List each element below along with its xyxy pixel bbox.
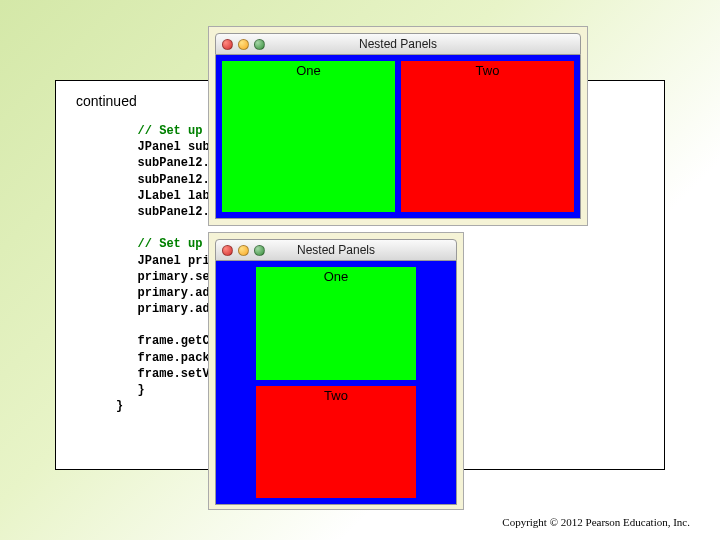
window-buttons: [222, 39, 265, 50]
minimize-icon[interactable]: [238, 39, 249, 50]
gui-window-horizontal: Nested Panels One Two: [208, 26, 588, 226]
subpanel-two: Two: [256, 386, 416, 499]
subpanel-label: Two: [476, 63, 500, 78]
close-icon[interactable]: [222, 245, 233, 256]
code-comment: // Set up: [138, 124, 203, 138]
window-title: Nested Panels: [216, 37, 580, 51]
subpanel-one: One: [222, 61, 395, 212]
window-titlebar[interactable]: Nested Panels: [215, 33, 581, 55]
subpanel-label: Two: [324, 388, 348, 403]
subpanel-one: One: [256, 267, 416, 380]
subpanel-two: Two: [401, 61, 574, 212]
maximize-icon[interactable]: [254, 39, 265, 50]
primary-panel: One Two: [215, 261, 457, 505]
gui-window-vertical: Nested Panels One Two: [208, 232, 464, 510]
close-icon[interactable]: [222, 39, 233, 50]
copyright-text: Copyright © 2012 Pearson Education, Inc.: [502, 516, 690, 528]
subpanel-label: One: [296, 63, 321, 78]
window-titlebar[interactable]: Nested Panels: [215, 239, 457, 261]
primary-panel: One Two: [215, 55, 581, 219]
minimize-icon[interactable]: [238, 245, 249, 256]
subpanel-label: One: [324, 269, 349, 284]
maximize-icon[interactable]: [254, 245, 265, 256]
window-buttons: [222, 245, 265, 256]
